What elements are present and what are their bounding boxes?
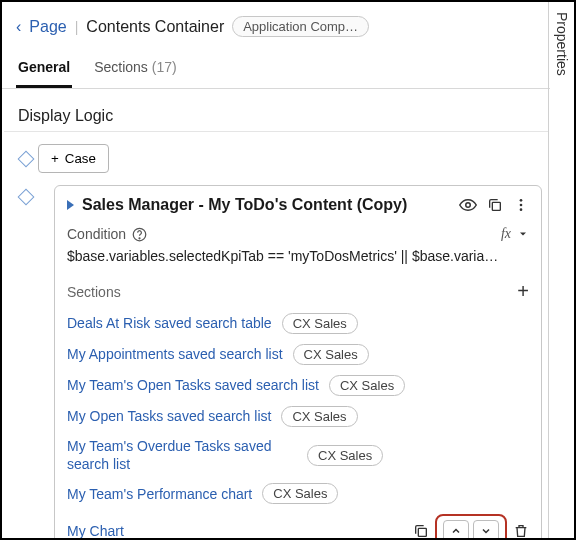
diamond-icon (18, 189, 35, 206)
svg-rect-1 (492, 202, 500, 210)
condition-label: Condition (67, 226, 126, 242)
section-item: My Team's Performance chart CX Sales (67, 483, 529, 504)
svg-point-3 (520, 204, 523, 207)
reorder-highlight (435, 514, 507, 538)
section-badge: CX Sales (281, 406, 357, 427)
move-down-button[interactable] (473, 520, 499, 538)
breadcrumb: ‹ Page | Contents Container Application … (2, 2, 550, 45)
section-link[interactable]: My Appointments saved search list (67, 345, 283, 363)
sections-subheader: Sections + (67, 280, 529, 303)
arrow-right-icon (67, 200, 74, 210)
eye-icon[interactable] (459, 196, 477, 214)
breadcrumb-page-link[interactable]: Page (29, 18, 66, 36)
section-link[interactable]: My Team's Open Tasks saved search list (67, 376, 319, 394)
diamond-icon (18, 150, 35, 167)
breadcrumb-separator: | (75, 19, 79, 35)
svg-point-0 (466, 203, 471, 208)
section-link[interactable]: My Open Tasks saved search list (67, 407, 271, 425)
card-header: Sales Manager - My ToDo's Content (Copy) (67, 196, 529, 214)
kebab-menu-icon[interactable] (513, 197, 529, 213)
tab-general[interactable]: General (16, 51, 72, 88)
back-chevron-icon[interactable]: ‹ (16, 18, 21, 36)
fx-label[interactable]: fx (501, 226, 511, 242)
breadcrumb-chip[interactable]: Application Comp… (232, 16, 369, 37)
duplicate-icon[interactable] (413, 523, 429, 538)
section-badge: CX Sales (307, 445, 383, 466)
duplicate-icon[interactable] (487, 197, 503, 213)
card-title: Sales Manager - My ToDo's Content (Copy) (82, 196, 451, 214)
delete-icon[interactable] (513, 523, 529, 538)
add-section-icon[interactable]: + (517, 280, 529, 303)
help-icon[interactable] (132, 227, 147, 242)
tab-sections-label: Sections (94, 59, 148, 75)
section-badge: CX Sales (329, 375, 405, 396)
condition-expression[interactable]: $base.variables.selectedKpiTab == 'myToD… (67, 248, 529, 264)
chevron-down-icon[interactable] (517, 228, 529, 240)
section-item: My Team's Open Tasks saved search list C… (67, 375, 529, 396)
section-link[interactable]: My Chart (67, 522, 124, 538)
display-logic-heading: Display Logic (4, 89, 548, 132)
section-badge: CX Sales (293, 344, 369, 365)
properties-tab-label: Properties (554, 12, 570, 76)
section-item: My Team's Overdue Tasks saved search lis… (67, 437, 529, 473)
section-item: My Open Tasks saved search list CX Sales (67, 406, 529, 427)
section-badge: CX Sales (262, 483, 338, 504)
section-badge: CX Sales (282, 313, 358, 334)
breadcrumb-title: Contents Container (86, 18, 224, 36)
logic-area: + Case Sales Manager - My ToDo's Content… (2, 132, 550, 538)
section-item: Deals At Risk saved search table CX Sale… (67, 313, 529, 334)
svg-rect-7 (418, 529, 426, 537)
case-card: Sales Manager - My ToDo's Content (Copy) (54, 185, 542, 538)
svg-point-2 (520, 199, 523, 202)
main-panel: ‹ Page | Contents Container Application … (2, 2, 550, 538)
move-up-button[interactable] (443, 520, 469, 538)
section-item: My Appointments saved search list CX Sal… (67, 344, 529, 365)
case-row: + Case (20, 144, 542, 173)
tabs: General Sections (17) (2, 45, 550, 89)
tab-sections-count: (17) (152, 59, 177, 75)
section-link[interactable]: My Team's Performance chart (67, 485, 252, 503)
section-item-selected: My Chart (67, 514, 529, 538)
section-link[interactable]: My Team's Overdue Tasks saved search lis… (67, 437, 297, 473)
condition-row: Condition fx (67, 226, 529, 242)
svg-point-6 (139, 237, 140, 238)
tab-sections[interactable]: Sections (17) (92, 51, 179, 88)
properties-vertical-tab[interactable]: Properties (548, 2, 574, 538)
svg-point-4 (520, 208, 523, 211)
add-case-button[interactable]: + Case (38, 144, 109, 173)
sections-label: Sections (67, 284, 121, 300)
plus-icon: + (51, 151, 59, 166)
case-button-label: Case (65, 151, 96, 166)
section-link[interactable]: Deals At Risk saved search table (67, 314, 272, 332)
